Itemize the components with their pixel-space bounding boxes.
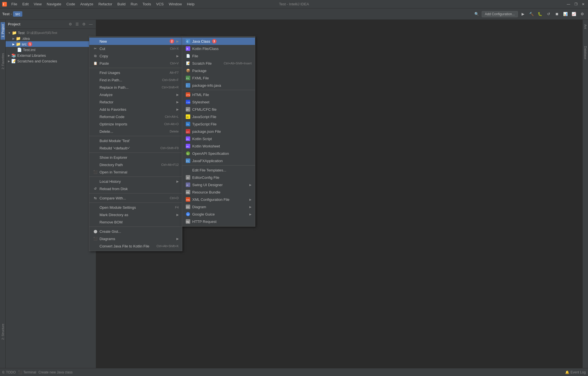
ctx-item-add-favorites[interactable]: Add to Favorites ▶ [89,106,182,113]
debug-icon[interactable]: 🐛 [537,11,543,18]
panel-options-icon[interactable]: ⚙ [68,21,73,27]
ctx-item-show-explorer[interactable]: Show in Explorer [89,154,182,161]
submenu-kotlin-script[interactable]: kts Kotlin Script [182,135,255,142]
ant-panel-tab[interactable]: Ant [583,22,588,31]
submenu-label-scratch: Scratch File [192,61,212,66]
ctx-item-optimize[interactable]: Optimize Imports Ctrl+Alt+O [89,120,182,128]
submenu-file[interactable]: 📄 File [182,52,255,60]
submenu-html[interactable]: HTML HTML File [182,91,255,98]
coverage-icon[interactable]: 📊 [562,11,569,18]
ctx-item-mark-dir[interactable]: Mark Directory as ▶ [89,211,182,218]
ctx-item-reformat[interactable]: Reformat Code Ctrl+Alt+L [89,113,182,120]
menu-refactor[interactable]: Refactor [96,1,114,7]
ctx-item-remove-bom[interactable]: Remove BOM [89,218,182,226]
ctx-item-rebuild[interactable]: Rebuild '<default>' Ctrl+Shift+F9 [89,144,182,152]
tree-item-src[interactable]: ▶ 📁 src 1 [6,41,96,47]
panel-gear-icon[interactable]: ⚙ [81,21,87,27]
run-icon[interactable]: ▶ [520,11,526,18]
tree-item-external-libs[interactable]: ▶ 📚 External Libraries [6,53,96,58]
menu-edit[interactable]: Edit [20,1,31,7]
ctx-item-refactor[interactable]: Refactor ▶ [89,98,182,106]
stop-icon[interactable]: ⏹ [554,11,560,18]
ctx-item-create-gist[interactable]: ⬤ Create Gist... [89,228,182,235]
submenu-kotlin-worksheet[interactable]: ws Kotlin Worksheet [182,142,255,150]
menu-vcs[interactable]: VCS [154,1,166,7]
menu-run[interactable]: Run [128,1,140,7]
build-icon[interactable]: 🔨 [528,11,535,18]
ctx-item-paste[interactable]: 📋 Paste Ctrl+V [89,60,182,67]
terminal-status[interactable]: ⬛ Terminal [18,370,36,374]
submenu-diagram[interactable]: DG Diagram ▶ [182,203,255,210]
ctx-item-compare[interactable]: ⇆ Compare With... Ctrl+D [89,194,182,202]
settings-icon[interactable]: ⚙ [579,11,586,18]
close-button[interactable]: ✕ [581,2,586,7]
menu-tools[interactable]: Tools [140,1,153,7]
menu-analyze[interactable]: Analyze [78,1,96,7]
submenu-java-class[interactable]: C Java Class 3 [182,38,255,45]
submenu-xml-config[interactable]: XML XML Configuration File ▶ [182,196,255,203]
submenu-google-guice[interactable]: G Google Guice ▶ [182,210,255,218]
ctx-item-convert-java[interactable]: Convert Java File to Kotlin File Ctrl+Al… [89,242,182,250]
ctx-item-directory-path[interactable]: Directory Path Ctrl+Alt+F12 [89,161,182,168]
favorites-panel-tab[interactable]: 2: Favorites [1,51,5,71]
tree-item-idea[interactable]: ▶ 📁 .idea [6,36,96,41]
ctx-item-reload[interactable]: ↺ Reload from Disk [89,185,182,192]
submenu-kotlin-file[interactable]: K Kotlin File/Class [182,45,255,52]
submenu-edit-templates[interactable]: Edit File Templates... [182,166,255,174]
tree-item-scratches[interactable]: ▶ 📝 Scratches and Consoles [6,58,96,64]
ctx-item-build-module[interactable]: Build Module 'Test' [89,137,182,144]
menu-build[interactable]: Build [115,1,128,7]
structure-panel-tab[interactable]: 2: Structure [0,321,6,342]
add-configuration-button[interactable]: Add Configuration... [482,11,518,17]
menu-code[interactable]: Code [64,1,77,7]
database-panel-tab[interactable]: Database [583,44,588,62]
package-icon: 📦 [185,68,191,73]
project-panel-tab[interactable]: 1: Project [1,22,5,40]
submenu-package[interactable]: 📦 Package [182,67,255,74]
profile-icon[interactable]: 📈 [570,11,577,18]
ctx-item-new[interactable]: New 2 ▶ [89,38,182,45]
panel-layout-icon[interactable]: ☰ [74,21,80,27]
submenu-packagejson[interactable]: npm package.json File [182,128,255,135]
panel-close-icon[interactable]: — [88,21,94,27]
ctx-item-find-usages[interactable]: Find Usages Alt+F7 [89,69,182,76]
ctx-shortcut-cut: Ctrl+X [170,47,179,50]
submenu-openapi[interactable]: G OpenAPI Specification [182,150,255,157]
event-log-status[interactable]: 🔔 Event Log [565,370,586,374]
tree-item-test[interactable]: ▼ 📁 Test D:\桌面\java\代码\Test [6,30,96,36]
ctx-item-diagrams[interactable]: ⬛ Diagrams ▶ [89,235,182,242]
menu-help[interactable]: Help [185,1,197,7]
ctx-item-local-history[interactable]: Local History ▶ [89,178,182,185]
submenu-cfml[interactable]: CF CFML/CFC file [182,106,255,113]
restore-button[interactable]: ❐ [573,2,578,7]
submenu-js[interactable]: JS JavaScript File [182,113,255,120]
todo-status[interactable]: 6: TODO [2,370,16,374]
submenu-javafx[interactable]: FX JavaFXApplication [182,157,255,164]
minimize-button[interactable]: — [566,2,571,7]
submenu-stylesheet[interactable]: CSS Stylesheet [182,98,255,106]
submenu-ts[interactable]: TS TypeScript File [182,120,255,128]
menu-window[interactable]: Window [167,1,184,7]
ctx-item-copy[interactable]: ⧉ Copy ▶ [89,52,182,60]
submenu-package-info[interactable]: i package-info.java [182,82,255,89]
submenu-resource-bundle[interactable]: RB Resource Bundle [182,188,255,196]
ctx-item-open-terminal[interactable]: ⬛ Open in Terminal [89,168,182,176]
submenu-editorconfig[interactable]: .ec EditorConfig File [182,174,255,181]
submenu-swing-ui[interactable]: UI Swing UI Designer ▶ [182,181,255,188]
menu-view[interactable]: View [31,1,44,7]
submenu-fxml[interactable]: FX FXML File [182,74,255,82]
ctx-item-analyze[interactable]: Analyze ▶ [89,91,182,98]
menu-navigate[interactable]: Navigate [44,1,63,7]
menu-file[interactable]: File [9,1,20,7]
ctx-item-delete[interactable]: Delete... Delete [89,128,182,135]
search-icon[interactable]: 🔍 [473,11,480,18]
submenu-scratch-file[interactable]: 📝 Scratch File Ctrl+Alt+Shift+Insert [182,60,255,67]
src-folder-breadcrumb[interactable]: src [13,11,22,17]
ctx-item-replace-in-path[interactable]: Replace in Path... Ctrl+Shift+R [89,84,182,91]
ctx-item-module-settings[interactable]: Open Module Settings F4 [89,204,182,211]
tree-item-testiml[interactable]: 📄 Test.iml [6,47,96,53]
ctx-item-find-in-path[interactable]: Find in Path... Ctrl+Shift+F [89,76,182,84]
ctx-item-cut[interactable]: ✂ Cut Ctrl+X [89,45,182,52]
reload-icon[interactable]: ↺ [545,11,552,18]
submenu-http-request[interactable]: http HTTP Request [182,218,255,225]
